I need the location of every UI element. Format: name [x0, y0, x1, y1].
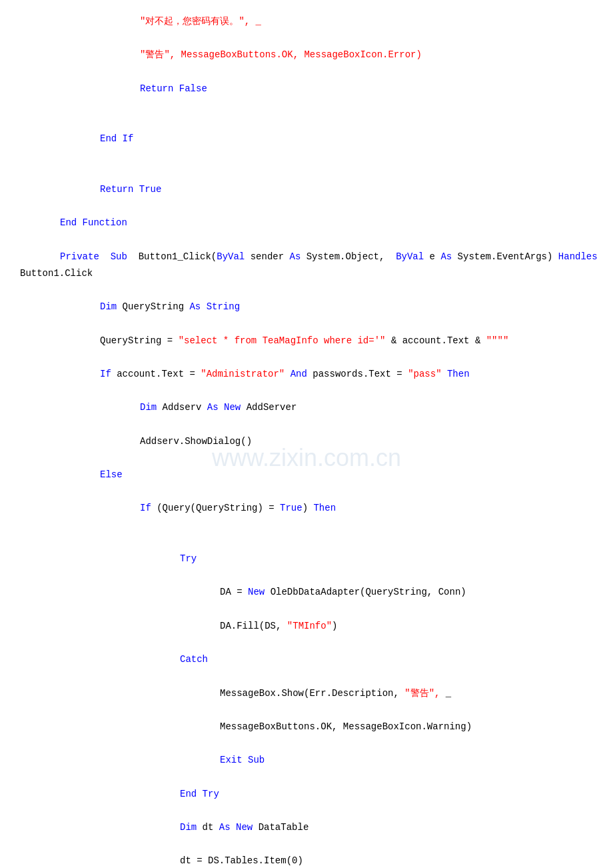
code-line [20, 64, 613, 81]
code-line: Else [20, 467, 613, 483]
code-line: Button1.Click [20, 265, 613, 282]
code-line [20, 517, 613, 534]
code-line [20, 567, 613, 584]
code-line: End Try [20, 786, 613, 803]
code-line: If account.Text = "Administrator" And pa… [20, 366, 613, 383]
code-line: MessageBoxButtons.OK, MessageBoxIcon.War… [20, 719, 613, 735]
code-line: Dim QueryString As String [20, 299, 613, 315]
code-line: Catch [20, 651, 613, 668]
code-line: Exit Sub [20, 752, 613, 769]
code-line: Addserv.ShowDialog() [20, 433, 613, 450]
code-line [20, 315, 613, 332]
code-line [20, 349, 613, 366]
code-line [20, 148, 613, 165]
code-line: Dim dt As New DataTable [20, 819, 613, 836]
code-line [20, 282, 613, 299]
code-line [20, 836, 613, 853]
code-line [20, 769, 613, 785]
code-line [20, 735, 613, 752]
code-line: If (Query(QueryString) = True) Then [20, 500, 613, 517]
code-line: "对不起，您密码有误。", _ [20, 13, 613, 30]
code-line: Private Sub Button1_Click(ByVal sender A… [20, 249, 613, 265]
code-line: dt = DS.Tables.Item(0) [20, 853, 613, 868]
code-line [20, 30, 613, 47]
code-line [20, 417, 613, 433]
code-line: End If [20, 131, 613, 147]
code-line [20, 114, 613, 131]
code-line: QueryString = "select * from TeaMagInfo … [20, 333, 613, 349]
code-line [20, 635, 613, 651]
code-line [20, 97, 613, 114]
code-line [20, 450, 613, 467]
code-line [20, 483, 613, 500]
code-line: End Function [20, 215, 613, 231]
code-line [20, 534, 613, 551]
code-line [20, 702, 613, 719]
code-line [20, 668, 613, 685]
code-line: Dim Addserv As New AddServer [20, 399, 613, 416]
code-line [20, 231, 613, 248]
code-line [20, 383, 613, 399]
code-line: "警告", MessageBoxButtons.OK, MessageBoxIc… [20, 47, 613, 63]
code-line [20, 165, 613, 181]
code-line: Try [20, 551, 613, 567]
code-line: MessageBox.Show(Err.Description, "警告", _ [20, 685, 613, 702]
code-line: Return False [20, 81, 613, 97]
code-line: DA = New OleDbDataAdapter(QueryString, C… [20, 584, 613, 601]
code-line [20, 198, 613, 215]
code-line [20, 803, 613, 819]
code-line: Return True [20, 181, 613, 198]
code-container: "对不起，您密码有误。", _ "警告", MessageBoxButtons.… [0, 13, 613, 868]
code-line [20, 601, 613, 618]
code-line: DA.Fill(DS, "TMInfo") [20, 618, 613, 635]
